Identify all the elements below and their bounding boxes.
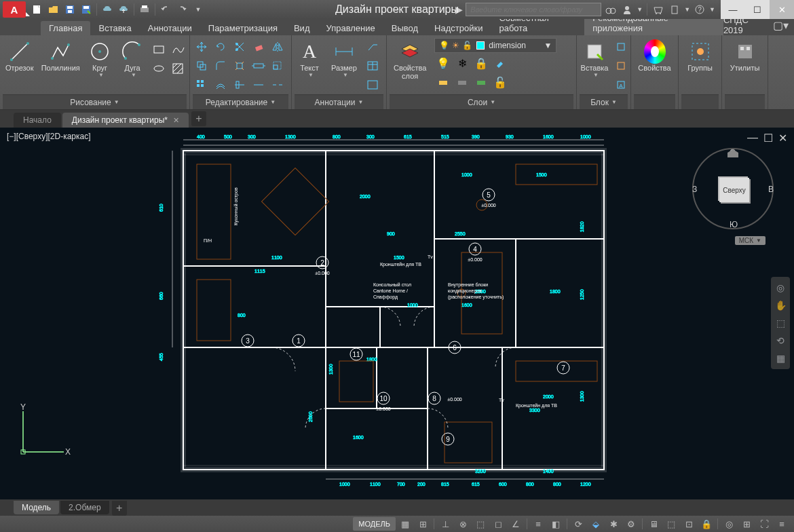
search-input[interactable] [466,3,601,16]
tab-output[interactable]: Вывод [383,21,426,35]
tab-home[interactable]: Главная [41,21,90,35]
scale-icon[interactable] [269,57,286,75]
zoom-extents-icon[interactable]: ⬚ [776,318,785,328]
spline-icon[interactable] [169,41,187,58]
mtext-icon[interactable] [364,76,381,94]
ribbon-collapse-icon[interactable]: ▢▾ [773,19,789,32]
hardware-icon[interactable]: ⊞ [738,517,755,531]
arc-button[interactable]: Дуга▼ [117,38,147,81]
close-button[interactable]: ✕ [770,0,794,19]
full-nav-wheel-icon[interactable]: ◎ [776,282,784,293]
mirror-icon[interactable] [269,38,286,56]
file-tab-start[interactable]: Начало [14,113,61,128]
drawing-canvas[interactable]: [−][Сверху][2D-каркас] — ☐ ✕ [0,128,794,499]
vp-max-icon[interactable]: ☐ [763,132,773,145]
app-store-icon[interactable] [651,3,665,16]
edit-attr-icon[interactable]: A [612,76,630,94]
transparency-icon[interactable]: ◧ [548,517,564,531]
panel-layers-label[interactable]: Слои▼ [390,94,573,109]
viewport-label[interactable]: [−][Сверху][2D-каркас] [7,132,91,141]
plot-icon[interactable] [137,2,152,17]
panel-block-label[interactable]: Блок▼ [580,94,628,109]
help-icon[interactable]: ? [693,3,706,16]
align-icon[interactable] [231,76,248,94]
dimension-button[interactable]: Размер▼ [327,38,361,81]
annoscale-icon[interactable]: ⬙ [588,517,604,531]
layer-match-icon[interactable] [491,54,509,72]
monitor-icon[interactable]: 🖥 [645,517,662,531]
units-icon[interactable]: ⬚ [663,517,679,531]
minimize-button[interactable]: — [721,0,745,19]
layout-tab-1[interactable]: 2.Обмер [60,501,109,514]
view-cube[interactable]: Сверху С Ю В З [692,148,774,229]
annovis-icon[interactable]: ✱ [605,517,622,531]
redo-icon[interactable] [174,2,189,17]
ortho-icon[interactable]: ⊥ [437,517,453,531]
layout-tab-model[interactable]: Модель [14,501,59,514]
table-icon[interactable] [364,57,381,75]
panel-modify-label[interactable]: Редактирование▼ [193,94,288,109]
isodraft-icon[interactable]: ⬚ [472,517,489,531]
infocenter-binoculars-icon[interactable] [604,3,618,16]
open-icon[interactable] [46,2,61,17]
close-file-icon[interactable]: ✕ [173,116,179,125]
tab-annotate[interactable]: Аннотации [140,21,200,35]
break-icon[interactable] [269,76,286,94]
lock-ui-icon[interactable]: 🔒 [698,517,715,531]
properties-button[interactable]: Свойства [634,38,675,75]
panel-anno-label[interactable]: Аннотации▼ [295,94,383,109]
explode-icon[interactable] [231,57,248,75]
add-layout-button[interactable]: + [112,501,127,516]
trim-icon[interactable] [231,38,248,56]
isolate-icon[interactable]: ◎ [721,517,737,531]
customize-icon[interactable]: ≡ [774,517,790,531]
workspace-icon[interactable]: ⚙ [623,517,639,531]
layer-lock-icon[interactable]: 🔒 [472,54,490,72]
vp-min-icon[interactable]: — [747,132,758,145]
lengthen-icon[interactable] [250,76,267,94]
add-file-tab-button[interactable]: + [191,111,206,126]
offset-icon[interactable] [212,76,229,94]
layer-freeze-icon[interactable]: ❄ [453,54,471,72]
file-tab-current[interactable]: Дизайн проект квартиры*✕ [62,113,189,128]
orbit-icon[interactable]: ⟲ [776,335,784,346]
status-model-button[interactable]: МОДЕЛЬ [353,517,396,531]
app-menu-button[interactable]: A [3,1,26,18]
erase-icon[interactable] [250,38,267,56]
tab-manage[interactable]: Управление [318,21,383,35]
cleanscreen-icon[interactable]: ⛶ [756,517,772,531]
leader-icon[interactable] [364,38,381,56]
tab-insert[interactable]: Вставка [90,21,139,35]
osnap-icon[interactable]: ◻ [490,517,506,531]
pan-icon[interactable]: ✋ [775,300,787,311]
rotate-icon[interactable] [212,38,229,56]
line-button[interactable]: Отрезок [3,38,36,75]
qat-more-icon[interactable]: ▼ [191,2,206,17]
signin-icon[interactable] [620,3,634,16]
clipboard-icon[interactable] [668,3,681,16]
copy-icon[interactable] [193,57,210,75]
maximize-button[interactable]: ☐ [745,0,770,19]
layer-make-icon[interactable]: 🔓 [491,73,509,91]
fillet-icon[interactable] [212,57,229,75]
edit-block-icon[interactable] [612,57,630,75]
text-button[interactable]: AТекст▼ [295,38,324,81]
circle-button[interactable]: Круг▼ [85,38,115,81]
polar-icon[interactable]: ⊗ [455,517,471,531]
home-icon[interactable] [725,148,741,159]
otrack-icon[interactable]: ∠ [508,517,524,531]
insert-block-button[interactable]: Вставка▼ [580,38,609,81]
ucs-dropdown[interactable]: МСК▼ [735,236,765,245]
layer-prev-icon[interactable] [472,73,490,91]
stretch-icon[interactable] [250,57,267,75]
rectangle-icon[interactable] [150,41,168,58]
ucs-icon[interactable]: X Y [16,404,71,459]
snap-icon[interactable]: ⊞ [415,517,431,531]
grid-icon[interactable]: ▦ [397,517,413,531]
tab-addins[interactable]: Надстройки [426,21,491,35]
lineweight-icon[interactable]: ≡ [530,517,546,531]
layer-uniso-icon[interactable] [453,73,471,91]
tab-parametric[interactable]: Параметризация [200,21,286,35]
layer-dropdown[interactable]: 💡☀🔓 dimension ▼ [434,38,556,53]
layer-iso-icon[interactable] [434,73,452,91]
